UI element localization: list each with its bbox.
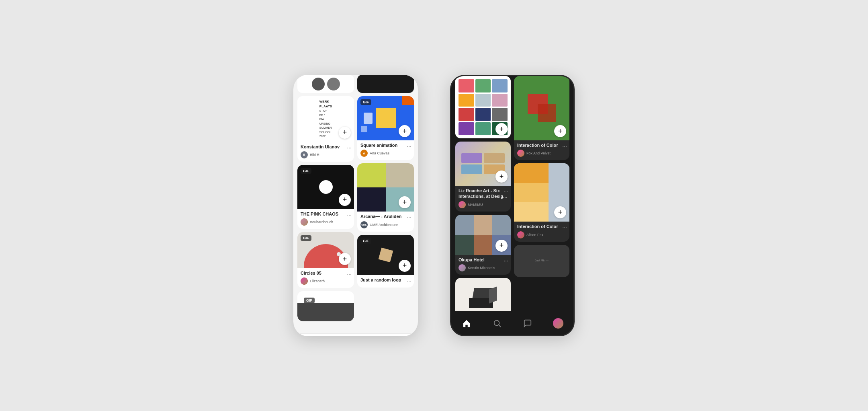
avatar-bibi: B [301, 151, 308, 158]
pin-card-square-animation: GIF + ··· Square animation [357, 96, 414, 160]
username-ume: UME Architecture [370, 223, 398, 227]
phone-dark: + [450, 75, 575, 336]
username-bouharchouch: Bouharchouch... [310, 220, 336, 224]
profile-nav-dark[interactable] [551, 316, 565, 331]
username-bibi: Bibi R [310, 153, 319, 157]
gif-badge-pink-chaos: GIF [301, 168, 311, 174]
pin-title-liz: Liz Roache Art - Six Interactions, at De… [459, 188, 508, 199]
avatar-ana: A [360, 150, 368, 157]
more-button-okupa[interactable]: ··· [504, 257, 508, 264]
masonry-col-dark-left: + [455, 76, 511, 311]
floating-square [378, 247, 393, 262]
home-nav-dark[interactable] [459, 316, 474, 331]
gif-badge-circles05: GIF [301, 235, 311, 241]
username-ana: Ana Cuevas [370, 151, 389, 155]
pin-card-werkplaats: WERK PLAATS STAP FE / ISA URBINO SUMMER … [297, 96, 354, 162]
partial-card-left [297, 75, 354, 93]
masonry-col-dark-right: + ··· Interaction of Color Fox And Velve… [514, 76, 569, 311]
pin-title-interaction-top: Interaction of Color [517, 142, 566, 148]
pin-title-werkplaats: Konstantin Ulanov [301, 144, 351, 150]
pin-card-pink-chaos: GIF + ··· THE PINK CHAOS Bo [297, 165, 354, 229]
pin-card-random-loop: GIF + ··· Just a random loop [357, 235, 414, 288]
add-button-interaction-top[interactable]: + [554, 125, 566, 137]
more-button-pink-chaos[interactable]: ··· [347, 212, 352, 218]
gif-badge-square: GIF [360, 99, 371, 105]
username-mamimu: MAMIMU [468, 203, 483, 207]
pin-card-partial-dark: Just Min ··· [514, 245, 569, 277]
pin-card-interaction-top: + ··· Interaction of Color Fox And Velve… [514, 76, 569, 160]
avatar-alison [517, 231, 524, 238]
pin-card-color-swatches: + [455, 76, 511, 138]
messages-nav-dark[interactable] [520, 316, 535, 331]
more-button-random[interactable]: ··· [407, 277, 411, 284]
pin-title-orange: Interaction of Color [517, 224, 566, 229]
add-button-pink-chaos[interactable]: + [339, 194, 351, 206]
masonry-grid-dark: + [455, 76, 569, 311]
top-partial-strip [293, 75, 418, 93]
pin-title-random: Just a random loop [360, 277, 411, 283]
more-button-arcana[interactable]: ··· [407, 214, 411, 220]
partial-card-right [357, 75, 414, 93]
feed-dark: + [451, 76, 573, 311]
pin-title-circles05: Circles 05 [301, 270, 351, 276]
masonry-col-left: WERK PLAATS STAP FE / ISA URBINO SUMMER … [297, 96, 354, 321]
feed-light: WERK PLAATS STAP FE / ISA URBINO SUMMER … [293, 96, 418, 333]
avatar-ume: UME [360, 221, 368, 228]
pin-title-okupa: Okupa Hotel [459, 257, 508, 263]
gif-badge-random: GIF [360, 238, 371, 244]
masonry-col-right: GIF + ··· Square animation [357, 96, 414, 321]
more-button-orange[interactable]: ··· [562, 224, 567, 230]
svg-line-3 [499, 325, 501, 327]
add-button-okupa[interactable]: + [495, 240, 508, 252]
svg-point-2 [494, 320, 500, 325]
pin-card-okupa: + ··· Okupa Hotel Kerstin Michaelis [455, 215, 511, 275]
pin-card-3d-object [455, 278, 511, 311]
search-nav-dark[interactable] [490, 316, 504, 331]
add-button-liz[interactable]: + [495, 171, 508, 183]
pin-card-arcana: + ··· Arcana— - Aruliden UME UME Archite… [357, 163, 414, 231]
add-button-square[interactable]: + [399, 125, 411, 137]
pin-title-square: Square animation [360, 142, 411, 148]
pin-title-pink-chaos: THE PINK CHAOS [301, 211, 351, 217]
more-button-interaction-top[interactable]: ··· [562, 143, 567, 149]
add-button-werkplaats[interactable]: + [339, 127, 351, 139]
gif-badge-bottom: GIF [304, 298, 315, 303]
phone-light: WERK PLAATS STAP FE / ISA URBINO SUMMER … [293, 75, 418, 336]
avatar-mamimu [459, 201, 466, 208]
username-kerstin: Kerstin Michaelis [468, 266, 495, 270]
white-circle [319, 180, 333, 194]
username-alison: Alison Fox [526, 233, 543, 237]
more-button-circles05[interactable]: ··· [347, 271, 352, 277]
yellow-square [376, 108, 396, 128]
pin-card-orange-blocks: + ··· Interaction of Color Alison Fox [514, 163, 569, 241]
avatar-bouharchouch [301, 218, 308, 226]
pin-card-gif-bottom: GIF [297, 291, 354, 321]
username-elizabeth: Elizabeth... [310, 279, 328, 283]
pin-title-arcana: Arcana— - Aruliden [360, 214, 411, 219]
bottom-nav-dark [451, 311, 573, 335]
more-button-liz[interactable]: ··· [504, 188, 508, 195]
more-button-werkplaats[interactable]: ··· [347, 144, 352, 151]
bottom-nav-light [293, 333, 418, 336]
avatar-fox-velvet [517, 150, 524, 157]
add-button-circles05[interactable]: + [339, 253, 351, 265]
add-button-random[interactable]: + [399, 260, 411, 272]
avatar-elizabeth [301, 277, 308, 285]
pin-card-circles05: GIF + ··· Circles 05 [297, 232, 354, 288]
masonry-grid-light: WERK PLAATS STAP FE / ISA URBINO SUMMER … [297, 96, 414, 321]
username-fox-velvet: Fox And Velvet [526, 151, 551, 155]
add-button-swatches[interactable]: + [495, 123, 508, 135]
pin-card-liz-roache: + ··· Liz Roache Art - Six Interactions,… [455, 142, 511, 212]
avatar-kerstin [459, 264, 466, 271]
more-button-square[interactable]: ··· [407, 143, 411, 149]
small-rect [364, 113, 373, 124]
